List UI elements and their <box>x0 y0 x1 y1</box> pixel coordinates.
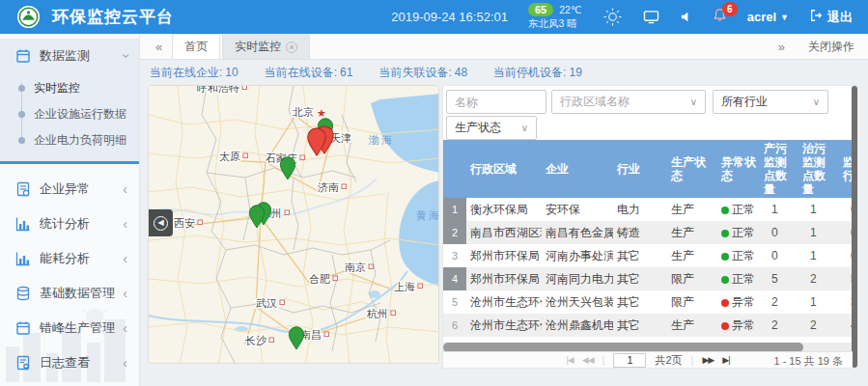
row-number: 4 <box>443 267 466 290</box>
table-row[interactable]: 5沧州市生态环保局沧州天兴包装制品其它限产异常213 <box>443 290 853 314</box>
total-pages-label: 共2页 <box>655 353 682 368</box>
table-row[interactable]: 2南昌市西湖区环保局南昌有色金属有限公司铸造生产正常010 <box>443 221 853 244</box>
production-status-filter-select[interactable]: 生产状态 ∨ <box>446 116 537 140</box>
tab-close-icon[interactable]: × <box>286 41 297 53</box>
sidebar-group-label: 数据监测 <box>40 47 123 65</box>
logout-button[interactable]: 退出 <box>809 9 853 26</box>
cell-industry: 其它 <box>613 267 667 290</box>
cell-abnormal-status: 异常 <box>717 314 760 337</box>
cell-produce-points: 2 <box>760 314 798 337</box>
weather-widget: 65 22℃ 东北风3 晴 <box>528 3 582 31</box>
app-header: 环保监控云平台 2019-09-24 16:52:01 65 22℃ 东北风3 … <box>0 0 868 34</box>
sidebar-group-label: 能耗分析 <box>40 250 123 267</box>
svg-text:呼和浩特: 呼和浩特 <box>197 86 239 94</box>
map-panel: 渤海黄海呼和浩特北京★天津太原石家庄济南西安郑州南京合肥武汉上海杭州长沙南昌 ◀ <box>148 85 439 364</box>
sidebar-item-0-2[interactable]: 企业电力负荷明细 <box>0 127 139 153</box>
next-page-button[interactable]: ▶▶ <box>702 355 714 365</box>
column-header[interactable]: 异常状态 <box>717 140 760 198</box>
column-header[interactable]: 生产状态 <box>667 140 717 198</box>
table-row[interactable]: 6沧州市生态环保局沧州鼎鑫机电设备其它生产异常224 <box>443 314 853 337</box>
china-map[interactable]: 渤海黄海呼和浩特北京★天津太原石家庄济南西安郑州南京合肥武汉上海杭州长沙南昌 <box>149 86 439 364</box>
name-filter-input[interactable] <box>446 90 546 114</box>
row-number-column-header <box>443 140 466 198</box>
chevron-icon: ‹ <box>123 252 127 265</box>
cell-production-status: 生产 <box>667 244 717 267</box>
row-number: 5 <box>443 290 466 314</box>
weather-text: 东北风3 晴 <box>528 17 582 31</box>
sidebar-group-1[interactable]: 企业异常 ‹ <box>0 172 139 207</box>
cell-company: 安环保 <box>542 198 613 221</box>
tab-0[interactable]: 首页 <box>172 34 220 59</box>
bar-chart-icon <box>15 251 31 266</box>
speaker-icon[interactable] <box>680 11 692 23</box>
table-row[interactable]: 1衡水环保局安环保电力生产正常110 <box>443 198 853 221</box>
sidebar-group-5[interactable]: 错峰生产管理 ‹ <box>0 311 139 345</box>
status-dot-icon <box>721 276 729 284</box>
sidebar-item-0-0[interactable]: 实时监控 <box>0 75 139 101</box>
column-header[interactable]: 行业 <box>613 140 667 198</box>
column-header[interactable]: 治污监测点数量 <box>798 140 839 198</box>
cell-industry: 其它 <box>613 337 667 342</box>
user-menu[interactable]: acrel ▼ <box>747 10 789 24</box>
table-header-row: 行政区域企业行业生产状态异常状态产污监测点数量治污监测点数量监测点运行数量 <box>443 140 853 198</box>
cell-running-points: 3 <box>839 290 853 314</box>
sidebar-item-label: 企业设施运行数据 <box>34 106 126 123</box>
cell-running-points: 0 <box>839 198 853 221</box>
monitor-icon[interactable] <box>643 10 659 24</box>
status-dot-icon <box>721 207 729 214</box>
column-header[interactable]: 监测点运行数量 <box>839 140 853 198</box>
close-operations-button[interactable]: 关闭操作 <box>808 39 854 55</box>
region-filter-select[interactable]: 行政区域名称 ∨ <box>551 90 706 114</box>
table-row[interactable]: 3郑州市环保局河南办事处演示其它生产正常010 <box>443 244 853 267</box>
sidebar-group-4[interactable]: 基础数据管理 ‹ <box>0 276 139 311</box>
sidebar-group-2[interactable]: 统计分析 ‹ <box>0 207 139 241</box>
cell-industry: 铸造 <box>613 221 667 244</box>
last-page-button[interactable]: ▶| <box>722 355 729 365</box>
page-input[interactable] <box>613 353 646 368</box>
city-dot-icon <box>418 284 423 289</box>
tabs-scroll-left-icon[interactable]: « <box>140 40 172 54</box>
sidebar-group-3[interactable]: 能耗分析 ‹ <box>0 241 139 276</box>
tab-1[interactable]: 实时监控× <box>222 34 310 59</box>
sidebar-group-0[interactable]: 数据监测 ‹ <box>0 39 139 73</box>
sidebar-group-6[interactable]: 日志查看 ‹ <box>0 345 139 380</box>
tab-label: 实时监控 <box>235 39 281 55</box>
sidebar-item-0-1[interactable]: 企业设施运行数据 <box>0 101 139 127</box>
city-dot-icon <box>369 264 374 269</box>
stat-value: 19 <box>569 66 581 79</box>
cell-running-points: 5 <box>839 267 853 290</box>
map-collapse-button[interactable]: ◀ <box>149 209 173 236</box>
sidebar-item-label: 企业电力负荷明细 <box>34 132 126 149</box>
datetime: 2019-09-24 16:52:01 <box>391 10 508 24</box>
row-number: 1 <box>443 198 466 221</box>
sun-icon <box>602 7 623 27</box>
table-row[interactable]: 4郑州市环保局河南同力电力设备其它限产正常525 <box>443 267 853 290</box>
cell-company: 沧州天兴包装制品 <box>542 290 613 314</box>
cell-company: 河南同力电力设备 <box>542 267 613 290</box>
cell-abnormal-status: 正常 <box>717 244 760 267</box>
sidebar-group-label: 基础数据管理 <box>40 285 123 302</box>
tabs-scroll-right-icon[interactable]: » <box>763 40 795 54</box>
prev-page-button[interactable]: ◀◀ <box>582 355 594 365</box>
svg-text:杭州: 杭州 <box>366 308 388 319</box>
status-dot-icon <box>721 299 729 307</box>
notifications-bell[interactable]: 6 <box>713 8 727 26</box>
notification-count-badge: 6 <box>722 2 738 16</box>
vertical-scrollbar[interactable] <box>852 86 857 368</box>
cell-abnormal-status: 异常 <box>717 337 760 342</box>
cell-region: 衡水环保局 <box>466 198 542 221</box>
column-header[interactable]: 行政区域 <box>466 140 542 198</box>
map-sea-label: 渤海 <box>368 134 394 146</box>
cell-treat-points: 1 <box>798 198 839 221</box>
first-page-button[interactable]: |◀ <box>566 355 573 365</box>
sidebar-group-label: 企业异常 <box>40 180 123 198</box>
main-content: « 首页实时监控× » 关闭操作 当前在线企业:10当前在线设备:61当前失联设… <box>140 34 868 386</box>
cell-company: 南昌有色金属有限公司 <box>542 221 613 244</box>
industry-filter-select[interactable]: 所有行业 ∨ <box>713 90 828 114</box>
cell-industry: 其它 <box>613 314 667 337</box>
column-header[interactable]: 企业 <box>542 140 613 198</box>
table-row[interactable]: 7沧州市生态环保局沧县隆鑫强力加工其它生产异常210 <box>443 337 853 342</box>
cell-region: 沧州市生态环保局 <box>466 290 542 314</box>
column-header[interactable]: 产污监测点数量 <box>760 140 798 198</box>
stat-value: 48 <box>455 66 467 79</box>
